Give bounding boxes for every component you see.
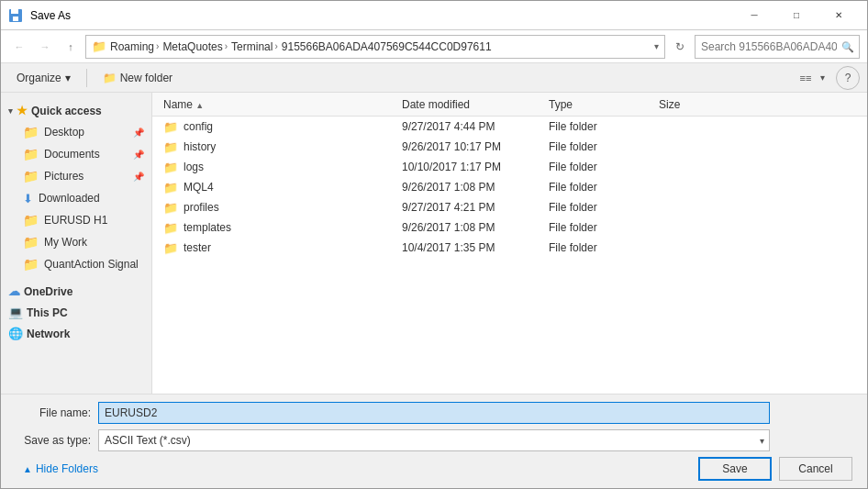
folder-eurusd-icon: 📁 (23, 213, 39, 228)
help-button[interactable]: ? (836, 66, 860, 90)
sidebar-item-documents[interactable]: 📁 Documents 📌 (1, 143, 151, 165)
savetype-label: Save as type: (16, 434, 98, 447)
folder-icon: 📁 (163, 201, 178, 215)
sort-arrow-icon: ▲ (195, 101, 204, 110)
view-toggle-button[interactable]: ≡≡ (795, 67, 817, 89)
sidebar-item-pictures[interactable]: 📁 Pictures 📌 (1, 165, 151, 187)
address-bar: ← → ↑ 📁 Roaming › MetaQuotes › Terminal … (1, 30, 867, 63)
col-header-size[interactable]: Size (655, 98, 729, 111)
onedrive-icon: ☁ (8, 284, 20, 298)
filename-input[interactable] (98, 402, 770, 424)
file-type-cell: File folder (545, 201, 655, 214)
table-row[interactable]: 📁 history 9/26/2017 10:17 PM File folder (152, 137, 867, 157)
table-row[interactable]: 📁 tester 10/4/2017 1:35 PM File folder (152, 238, 867, 258)
toolbar: Organize ▾ 📁 New folder ≡≡ ▾ ? (1, 63, 867, 93)
title-bar-left: Save As (8, 8, 71, 23)
up-button[interactable]: ↑ (60, 36, 82, 58)
file-name-cell: 📁 profiles (160, 201, 398, 215)
pin-icon-docs: 📌 (133, 150, 144, 160)
file-type-cell: File folder (545, 140, 655, 153)
sidebar-thispc[interactable]: 💻 This PC (1, 302, 151, 323)
hide-folders-label[interactable]: Hide Folders (36, 462, 98, 475)
search-wrapper: 🔍 (695, 35, 860, 59)
file-name-cell: 📁 logs (160, 161, 398, 174)
savetype-select-wrapper: ASCII Text (*.csv) ▾ (98, 429, 770, 451)
address-path[interactable]: 📁 Roaming › MetaQuotes › Terminal › 9155… (85, 35, 665, 59)
table-row[interactable]: 📁 logs 10/10/2017 1:17 PM File folder (152, 157, 867, 177)
col-header-type[interactable]: Type (545, 98, 655, 111)
file-name-cell: 📁 MQL4 (160, 181, 398, 194)
col-header-date[interactable]: Date modified (398, 98, 545, 111)
sidebar: ▾ ★ Quick access 📁 Desktop 📌 📁 Documents… (1, 93, 152, 394)
folder-quantaction-icon: 📁 (23, 257, 39, 272)
sidebar-onedrive[interactable]: ☁ OneDrive (1, 281, 151, 302)
star-icon: ★ (17, 104, 28, 117)
sidebar-quickaccess-header[interactable]: ▾ ★ Quick access (1, 100, 151, 121)
sidebar-item-eurusd[interactable]: 📁 EURUSD H1 (1, 209, 151, 231)
folder-icon: 📁 (163, 221, 178, 235)
save-as-dialog: Save As ─ □ ✕ ← → ↑ 📁 Roaming › MetaQuot… (0, 0, 868, 489)
savetype-select[interactable]: ASCII Text (*.csv) (98, 429, 770, 451)
path-icon: 📁 (92, 39, 106, 53)
folder-icon: 📁 (163, 161, 178, 174)
table-row[interactable]: 📁 config 9/27/2017 4:44 PM File folder (152, 117, 867, 137)
savetype-row: Save as type: ASCII Text (*.csv) ▾ (16, 429, 852, 451)
new-folder-button[interactable]: 📁 New folder (95, 67, 181, 89)
pin-icon-pics: 📌 (133, 172, 144, 182)
sidebar-item-quantaction[interactable]: 📁 QuantAction Signal (1, 253, 151, 275)
file-list: Name ▲ Date modified Type Size 📁 config (152, 93, 867, 394)
organize-button[interactable]: Organize ▾ (8, 67, 79, 89)
minimize-button[interactable]: ─ (733, 1, 775, 30)
network-icon: 🌐 (8, 327, 23, 340)
path-metaquotes: MetaQuotes › (162, 40, 228, 53)
file-date-cell: 9/27/2017 4:21 PM (398, 201, 545, 214)
path-roaming: Roaming › (110, 40, 159, 53)
save-button[interactable]: Save (698, 457, 772, 481)
search-input[interactable] (695, 35, 860, 59)
table-row[interactable]: 📁 profiles 9/27/2017 4:21 PM File folder (152, 197, 867, 217)
path-dropdown-arrow[interactable]: ▾ (654, 41, 659, 51)
refresh-button[interactable]: ↻ (669, 36, 691, 58)
svg-rect-2 (13, 17, 18, 21)
folder-icon: 📁 (163, 140, 178, 154)
folder-documents-icon: 📁 (23, 147, 39, 161)
sidebar-item-desktop[interactable]: 📁 Desktop 📌 (1, 121, 151, 143)
file-type-cell: File folder (545, 221, 655, 234)
view-dropdown-icon: ▾ (820, 72, 825, 83)
maximize-button[interactable]: □ (775, 1, 818, 30)
table-row[interactable]: 📁 MQL4 9/26/2017 1:08 PM File folder (152, 177, 867, 197)
file-type-cell: File folder (545, 241, 655, 254)
new-folder-icon: 📁 (103, 72, 117, 84)
file-name-cell: 📁 templates (160, 221, 398, 235)
dialog-title: Save As (30, 9, 71, 22)
file-date-cell: 10/4/2017 1:35 PM (398, 241, 545, 254)
sidebar-network[interactable]: 🌐 Network (1, 323, 151, 344)
main-content: ▾ ★ Quick access 📁 Desktop 📌 📁 Documents… (1, 93, 867, 394)
title-bar: Save As ─ □ ✕ (1, 1, 867, 30)
bottom-bar: File name: Save as type: ASCII Text (*.c… (1, 394, 867, 488)
cancel-button[interactable]: Cancel (779, 457, 852, 481)
forward-button[interactable]: → (34, 36, 56, 58)
back-button[interactable]: ← (8, 36, 30, 58)
col-header-name[interactable]: Name ▲ (160, 98, 398, 111)
filename-label: File name: (16, 406, 98, 419)
buttons-row: ▲ Hide Folders Save Cancel (16, 457, 852, 481)
hide-folders-bar: ▲ Hide Folders (16, 462, 106, 475)
file-name-cell: 📁 tester (160, 241, 398, 255)
path-id: 915566BA06ADA407569C544CC0D97611 (282, 40, 492, 53)
file-name-cell: 📁 history (160, 140, 398, 154)
toolbar-separator (86, 69, 87, 87)
file-date-cell: 10/10/2017 1:17 PM (398, 161, 545, 173)
file-type-cell: File folder (545, 161, 655, 173)
sidebar-item-mywork[interactable]: 📁 My Work (1, 231, 151, 253)
file-type-cell: File folder (545, 181, 655, 194)
file-date-cell: 9/26/2017 1:08 PM (398, 181, 545, 194)
folder-icon: 📁 (163, 181, 178, 194)
sidebar-item-downloaded[interactable]: ⬇ Downloaded (1, 187, 151, 209)
close-button[interactable]: ✕ (818, 1, 860, 30)
table-row[interactable]: 📁 templates 9/26/2017 1:08 PM File folde… (152, 217, 867, 238)
folder-icon: 📁 (163, 120, 178, 134)
folder-pictures-icon: 📁 (23, 169, 39, 183)
path-terminal: Terminal › (231, 40, 278, 53)
folder-desktop-icon: 📁 (23, 125, 39, 139)
